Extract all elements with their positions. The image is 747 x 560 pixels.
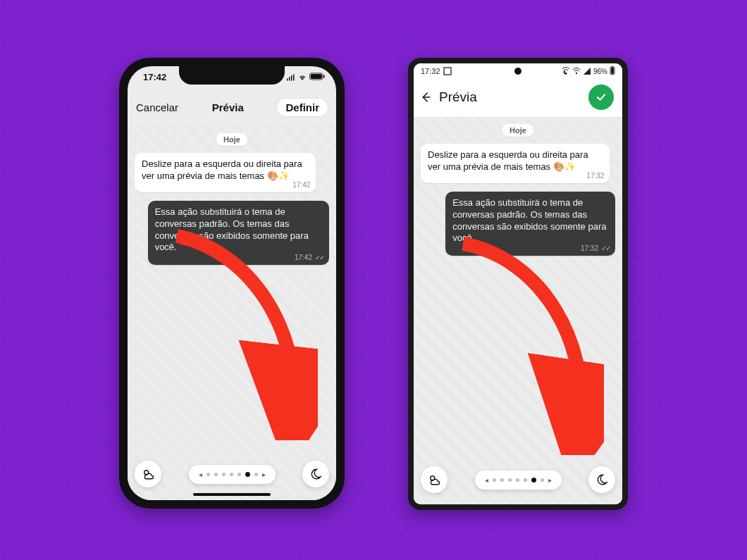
page-dot	[214, 473, 218, 476]
page-dot	[254, 473, 258, 476]
theme-prev-icon: ◂	[199, 471, 202, 478]
outgoing-message-time: 17:42✓✓	[295, 253, 323, 262]
theme-next-icon: ▸	[548, 476, 552, 484]
page-dot	[493, 478, 496, 482]
phones-row: 17:42	[0, 58, 747, 510]
outgoing-message-bubble: Essa ação substituirá o tema de conversa…	[148, 201, 329, 266]
incoming-message-bubble: Deslize para a esquerda ou direita para …	[421, 144, 610, 183]
cancel-button[interactable]: Cancelar	[136, 101, 178, 113]
annotation-arrow	[435, 237, 604, 455]
outgoing-message-text: Essa ação substituirá o tema de conversa…	[155, 206, 309, 253]
svg-rect-5	[323, 75, 325, 77]
home-indicator[interactable]	[193, 493, 271, 496]
check-icon	[595, 91, 607, 104]
wifi-icon	[572, 67, 581, 75]
outgoing-message-bubble: Essa ação substituirá o tema de conversa…	[445, 192, 615, 256]
android-app-bar: Prévia	[414, 79, 622, 117]
page-dot	[516, 478, 519, 482]
svg-rect-2	[291, 75, 292, 81]
svg-rect-6	[311, 74, 322, 79]
back-button[interactable]	[419, 91, 432, 104]
cellular-signal-icon	[287, 73, 295, 82]
page-title: Prévia	[439, 89, 477, 105]
incoming-message-text: Deslize para a esquerda ou direita para …	[428, 149, 588, 172]
incoming-message-time: 17:42	[292, 180, 310, 189]
page-dot	[237, 473, 241, 476]
theme-controls-row: ◂ ▸	[421, 466, 615, 493]
svg-rect-3	[293, 74, 295, 80]
status-icons-right	[287, 72, 325, 82]
battery-text: 96%	[593, 68, 607, 75]
notification-icon	[443, 67, 452, 75]
svg-rect-12	[611, 68, 614, 74]
android-frame: 17:32	[408, 58, 628, 510]
weather-theme-button[interactable]	[421, 466, 447, 493]
battery-icon	[610, 66, 615, 76]
iphone-nav-bar: Cancelar Prévia Definir	[128, 99, 336, 123]
date-chip: Hoje	[216, 133, 247, 146]
chat-preview-area[interactable]: Hoje Deslize para a esquerda ou direita …	[128, 123, 336, 500]
page-dot	[508, 478, 512, 482]
theme-controls-row: ◂ ▸	[135, 461, 329, 487]
incoming-message-time: 17:32	[586, 171, 604, 180]
incoming-message-bubble: Deslize para a esquerda ou direita para …	[135, 153, 316, 192]
outgoing-message-time: 17:32✓✓	[581, 244, 610, 253]
iphone-screen: 17:42	[128, 66, 336, 500]
page-dot	[222, 473, 226, 476]
iphone-frame: 17:42	[119, 58, 345, 509]
moon-icon	[595, 473, 608, 486]
page-title: Prévia	[212, 101, 244, 113]
outgoing-message-text: Essa ação substituirá o tema de conversa…	[452, 197, 606, 244]
android-camera-hole	[514, 68, 521, 75]
page-background: 17:42	[0, 0, 747, 560]
dark-mode-button[interactable]	[588, 466, 615, 493]
page-dot	[524, 478, 527, 482]
page-dot	[206, 473, 210, 476]
svg-rect-8	[444, 68, 451, 75]
status-time: 17:32	[421, 67, 440, 75]
chat-preview-area[interactable]: Hoje Deslize para a esquerda ou direita …	[414, 117, 622, 504]
page-dot-active	[531, 478, 536, 483]
page-dot	[541, 478, 544, 482]
status-time: 17:42	[143, 72, 166, 82]
battery-icon	[309, 72, 325, 82]
date-chip: Hoje	[502, 124, 533, 137]
svg-point-9	[576, 73, 577, 74]
page-dot	[500, 478, 504, 482]
theme-prev-icon: ◂	[485, 476, 488, 484]
page-dot	[230, 473, 233, 476]
theme-next-icon: ▸	[262, 471, 266, 478]
theme-page-indicator[interactable]: ◂ ▸	[189, 465, 276, 484]
dark-mode-button[interactable]	[302, 461, 329, 487]
theme-page-indicator[interactable]: ◂ ▸	[475, 471, 562, 490]
confirm-button[interactable]	[588, 85, 614, 110]
android-screen: 17:32	[414, 63, 622, 504]
page-dot-active	[245, 472, 250, 477]
define-button[interactable]: Definir	[277, 99, 328, 116]
cellular-signal-icon	[583, 67, 591, 75]
wifi-calling-icon	[562, 67, 570, 75]
moon-icon	[309, 468, 322, 480]
iphone-notch	[179, 66, 285, 85]
sun-cloud-icon	[428, 473, 440, 486]
read-ticks-icon: ✓✓	[315, 254, 323, 261]
weather-theme-button[interactable]	[135, 461, 161, 487]
read-ticks-icon: ✓✓	[601, 244, 610, 252]
svg-rect-1	[289, 77, 290, 80]
svg-rect-0	[287, 78, 288, 80]
incoming-message-text: Deslize para a esquerda ou direita para …	[142, 158, 302, 181]
sun-cloud-icon	[142, 468, 154, 480]
wifi-icon	[298, 73, 307, 82]
